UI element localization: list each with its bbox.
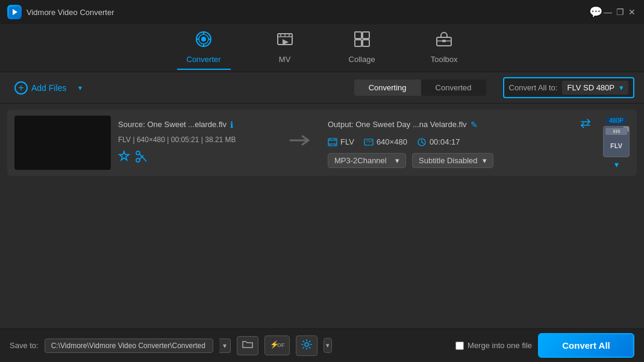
info-icon[interactable]: ℹ — [230, 120, 233, 130]
title-bar: Vidmore Video Converter 💬 — ❐ ✕ — [0, 0, 644, 24]
file-source: Source: One Sweet ...elarde.flv ℹ — [118, 120, 275, 130]
convert-all-button[interactable]: Convert All — [538, 333, 634, 358]
svg-rect-33 — [364, 139, 373, 145]
audio-channel-value: MP3-2Channel — [334, 156, 387, 165]
app-title: Vidmore Video Converter — [27, 8, 114, 17]
badge-resolution-label: 480P — [606, 117, 626, 125]
convert-all-dropdown-icon: ▾ — [619, 83, 624, 92]
tab-toolbox[interactable]: Toolbox — [421, 26, 467, 70]
arrow-icon — [289, 131, 313, 154]
settings-button[interactable] — [296, 335, 317, 356]
svg-rect-16 — [363, 32, 369, 39]
merge-label[interactable]: Merge into one file — [467, 341, 532, 350]
chat-button[interactable]: 💬 — [591, 7, 601, 17]
toolbox-icon — [436, 31, 452, 51]
resolution-icon — [364, 137, 374, 147]
save-to-label: Save to: — [10, 341, 39, 350]
svg-point-39 — [305, 343, 308, 346]
svg-line-36 — [422, 142, 424, 143]
convert-all-to-area: Convert All to: FLV SD 480P ▾ — [503, 77, 634, 98]
subtitle-value: Subtitle Disabled — [419, 156, 478, 165]
svg-rect-21 — [442, 40, 446, 42]
tab-mv-label: MV — [279, 55, 291, 64]
badge-format-icon: FLV — [603, 126, 630, 157]
file-actions — [118, 150, 275, 166]
add-files-button[interactable]: + Add Files — [10, 79, 71, 97]
output-specs: FLV 640×480 00:04:17 — [328, 137, 591, 147]
toolbar: + Add Files ▾ Converting Converted Conve… — [0, 72, 644, 104]
file-info: Source: One Sweet ...elarde.flv ℹ FLV | … — [118, 120, 275, 166]
file-meta: FLV | 640×480 | 00:05:21 | 38.21 MB — [118, 136, 275, 144]
badge-dropdown-icon[interactable]: ▾ — [614, 160, 619, 169]
resolution-spec: 640×480 — [364, 137, 407, 147]
collage-icon — [354, 31, 370, 51]
file-thumbnail — [14, 116, 111, 170]
subtitle-dropdown-icon: ▾ — [483, 156, 487, 165]
svg-text:OFF: OFF — [277, 342, 284, 348]
acceleration-button[interactable]: ⚡ OFF — [264, 335, 290, 355]
plus-icon: + — [14, 81, 28, 95]
merge-checkbox-area: Merge into one file — [455, 341, 532, 350]
svg-rect-17 — [355, 40, 361, 46]
file-list: Source: One Sweet ...elarde.flv ℹ FLV | … — [0, 104, 644, 182]
svg-point-4 — [201, 37, 206, 42]
tab-mv[interactable]: MV — [267, 26, 303, 70]
convert-all-format-select[interactable]: FLV SD 480P ▾ — [562, 81, 628, 95]
nav-tabs: Converter MV Collage — [0, 24, 644, 72]
scissor-icon[interactable] — [135, 150, 148, 166]
star-icon[interactable] — [118, 150, 130, 166]
subtitle-dropdown[interactable]: Subtitle Disabled ▾ — [412, 153, 493, 168]
file-output: Output: One Sweet Day ...na Velarde.flv … — [328, 118, 591, 168]
app-logo — [7, 5, 22, 19]
title-bar-controls: 💬 — ❐ ✕ — [591, 7, 637, 17]
swap-icon[interactable] — [580, 118, 591, 131]
add-files-label: Add Files — [31, 83, 66, 93]
convert-all-to-label: Convert All to: — [509, 83, 558, 92]
output-path: Output: One Sweet Day ...na Velarde.flv … — [328, 118, 591, 131]
output-path-text: Output: One Sweet Day ...na Velarde.flv — [328, 120, 467, 129]
close-button[interactable]: ✕ — [627, 7, 637, 17]
tab-converter-label: Converter — [187, 55, 221, 64]
add-files-dropdown-icon[interactable]: ▾ — [78, 84, 87, 92]
output-duration-text: 00:04:17 — [430, 137, 460, 146]
format-badge: 480P FLV ▾ — [603, 117, 630, 169]
output-format-text: FLV — [340, 137, 354, 146]
output-dropdowns: MP3-2Channel ▾ Subtitle Disabled ▾ — [328, 153, 591, 168]
output-resolution-text: 640×480 — [377, 137, 407, 146]
bottom-bar: Save to: C:\Vidmore\Vidmore Video Conver… — [0, 328, 644, 362]
clock-icon — [417, 137, 427, 147]
svg-rect-18 — [363, 40, 369, 46]
title-bar-left: Vidmore Video Converter — [7, 5, 114, 19]
badge-format-text: FLV — [610, 142, 622, 149]
tab-toolbox-label: Toolbox — [431, 55, 458, 64]
restore-button[interactable]: ❐ — [615, 7, 625, 17]
tab-converter[interactable]: Converter — [177, 26, 231, 70]
settings-dropdown[interactable]: ▾ — [324, 338, 332, 353]
edit-icon[interactable]: ✎ — [470, 120, 478, 130]
source-text: Source: One Sweet ...elarde.flv — [118, 120, 227, 129]
audio-channel-dropdown[interactable]: MP3-2Channel ▾ — [328, 153, 406, 168]
tab-collage[interactable]: Collage — [339, 26, 385, 70]
tab-collage-label: Collage — [349, 55, 375, 64]
converter-icon — [195, 31, 212, 51]
svg-rect-15 — [355, 32, 361, 39]
converting-tab-btn[interactable]: Converting — [354, 80, 421, 96]
audio-dropdown-icon: ▾ — [395, 156, 399, 165]
tab-switcher: Converting Converted — [354, 80, 486, 96]
svg-rect-26 — [328, 139, 337, 146]
format-spec: FLV — [328, 137, 354, 147]
mv-icon — [277, 31, 293, 51]
save-path-dropdown[interactable]: ▾ — [219, 339, 231, 353]
save-path-text: C:\Vidmore\Vidmore Video Converter\Conve… — [51, 342, 205, 350]
save-path-input[interactable]: C:\Vidmore\Vidmore Video Converter\Conve… — [45, 339, 213, 353]
film-icon — [328, 137, 337, 147]
open-folder-button[interactable] — [237, 336, 258, 355]
convert-all-format-value: FLV SD 480P — [567, 83, 614, 92]
duration-spec: 00:04:17 — [417, 137, 460, 147]
file-entry: Source: One Sweet ...elarde.flv ℹ FLV | … — [7, 110, 637, 176]
merge-checkbox[interactable] — [455, 342, 464, 350]
minimize-button[interactable]: — — [603, 7, 613, 17]
converted-tab-btn[interactable]: Converted — [421, 80, 486, 96]
